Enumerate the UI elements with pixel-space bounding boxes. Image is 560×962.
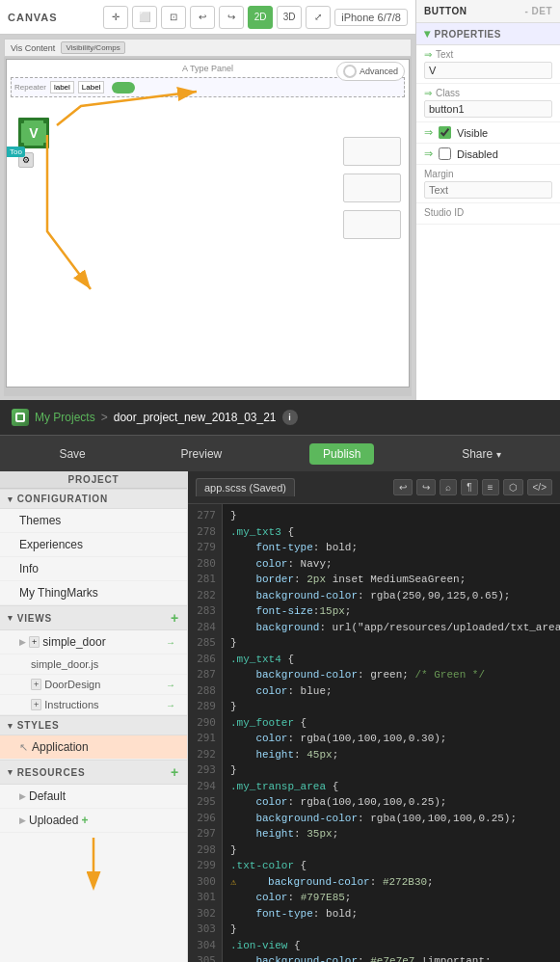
config-toggle[interactable]: ▾ [8, 494, 13, 504]
upload-add-icon[interactable]: + [81, 814, 88, 827]
line-num-304: 304 [194, 938, 216, 954]
properties-section-header: ▾ PROPERTIES [416, 23, 560, 45]
component-icon3: + [31, 699, 41, 710]
code-line-296: .my_footer { [230, 715, 552, 732]
button-label: BUTTON [424, 6, 467, 16]
canvas-label: CANVAS [8, 12, 58, 23]
sidebar-item-instructions[interactable]: + Instructions → [0, 695, 187, 715]
sidebar-item-experiences[interactable]: Experiences [0, 533, 187, 557]
indent-btn[interactable]: ≡ [482, 479, 499, 495]
code-line-285: background: url("app/resources/uploaded/… [230, 620, 552, 636]
breadcrumb-separator: > [101, 411, 108, 424]
disabled-checkbox[interactable] [439, 147, 451, 160]
file-tab[interactable]: app.scss (Saved) [196, 478, 295, 496]
line-num-300: 300 [194, 874, 216, 891]
line-num-301: 301 [194, 890, 216, 906]
project-logo [12, 409, 29, 426]
resources-add-btn[interactable]: + [171, 764, 179, 780]
selected-element-area: V ⚙ [18, 118, 49, 168]
line-num-281: 281 [194, 572, 216, 588]
info-icon[interactable]: i [282, 410, 298, 425]
mode-2d[interactable]: 2D [248, 6, 273, 29]
line-num-290: 290 [194, 715, 216, 732]
component-icon2: + [31, 679, 41, 690]
my-projects-link[interactable]: My Projects [35, 411, 95, 424]
det-label: - DET [524, 6, 552, 16]
vis-content-bar: Vis Content Visibility/Comps [4, 39, 412, 57]
sidebar-item-thingmarks[interactable]: My ThingMarks [0, 581, 187, 605]
sidebar-item-themes[interactable]: Themes [0, 509, 187, 533]
redo-btn[interactable]: ↪ [219, 6, 244, 29]
format-btn[interactable]: ¶ [461, 479, 477, 495]
styles-toggle[interactable]: ▾ [8, 721, 13, 731]
cursor-tool[interactable]: ✛ [103, 6, 128, 29]
sidebar-item-uploaded[interactable]: ▶ Uploaded + [0, 809, 187, 833]
right-panel-header: BUTTON - DET [416, 0, 560, 23]
code-line-289: .my_txt4 { [230, 652, 552, 668]
share-chevron: ▾ [496, 449, 501, 460]
toggle-on [112, 82, 135, 94]
code-line-311: } [230, 922, 552, 938]
line-num-296: 296 [194, 811, 216, 827]
sidebar-item-simple-door[interactable]: ▶ + simple_door → [0, 630, 187, 655]
advanced-btn[interactable]: Advanced [336, 62, 405, 81]
code-text[interactable]: }.my_txt3 { font-type: bold; color: Navy… [223, 504, 560, 962]
line-num-298: 298 [194, 842, 216, 859]
code-line-277: } [230, 508, 552, 524]
canvas-area: CANVAS ✛ ⬜ ⊡ ↩ ↪ 2D 3D ⤢ iPhone 6/7/8 Vi… [0, 0, 415, 400]
visible-label: Visible [457, 127, 488, 139]
selected-button[interactable]: V [18, 118, 49, 148]
share-button[interactable]: Share ▾ [454, 443, 508, 465]
resources-toggle[interactable]: ▾ [8, 767, 13, 777]
save-button[interactable]: Save [51, 443, 93, 465]
code-line-297: color: rgba(100,100,100,0.30); [230, 731, 552, 747]
sidebar-item-default[interactable]: ▶ Default [0, 785, 187, 809]
canvas-white-area: A Type Panel Repeater label Label V [6, 59, 410, 387]
text-input[interactable] [424, 62, 552, 79]
canvas-content: Vis Content Visibility/Comps A Type Pane… [0, 35, 415, 400]
visible-checkbox[interactable] [439, 126, 451, 139]
device-selector[interactable]: iPhone 6/7/8 [334, 9, 408, 26]
resize-tool[interactable]: ⤢ [306, 6, 331, 29]
preview-button[interactable]: Preview [173, 443, 230, 465]
sidebar-item-door-design[interactable]: + DoorDesign → [0, 675, 187, 695]
code-line-303: background-color: rgba(100,100,100,0.25)… [230, 811, 552, 827]
publish-button[interactable]: Publish [309, 443, 374, 465]
line-num-285: 285 [194, 635, 216, 652]
sidebar-item-application[interactable]: ↖ Application [0, 735, 187, 760]
sidebar: PROJECT ▾ CONFIGURATION Themes Experienc… [0, 471, 188, 962]
line-num-280: 280 [194, 556, 216, 573]
code-line-284: font-size:15px; [230, 603, 552, 620]
code-line-291: background-color: green; /* Green */ [230, 667, 552, 683]
expand-icon3: ▶ [19, 815, 26, 825]
crop-tool[interactable]: ⊡ [161, 6, 186, 29]
margin-input[interactable] [424, 181, 552, 199]
arrow-out-icon: → [166, 637, 175, 648]
margin-row: Margin [416, 165, 560, 203]
code-editor: app.scss (Saved) ↩ ↪ ⌕ ¶ ≡ ⬡ </> 2772782… [188, 471, 560, 962]
line-num-291: 291 [194, 731, 216, 747]
arrow-out-icon2: → [166, 680, 175, 690]
outdent-btn[interactable]: ⬡ [503, 479, 523, 495]
views-add-btn[interactable]: + [171, 610, 179, 626]
code-content[interactable]: 2772782792802812822832842852862872882892… [188, 504, 560, 962]
visibility-btn[interactable]: Visibility/Comps [61, 41, 124, 54]
code-line-313: .ion-view { [230, 938, 552, 954]
redo-editor-btn[interactable]: ↪ [416, 479, 436, 495]
line-num-299: 299 [194, 858, 216, 874]
sidebar-item-info[interactable]: Info [0, 557, 187, 581]
sidebar-item-simple-door-js[interactable]: simple_door.js [0, 655, 187, 675]
right-arrow-icon: ⇒ [424, 49, 432, 60]
line-num-287: 287 [194, 667, 216, 683]
frame-tool[interactable]: ⬜ [132, 6, 157, 29]
arrow-out-icon3: → [166, 700, 175, 710]
arrow-down-svg [65, 833, 122, 891]
undo-btn[interactable]: ↩ [190, 6, 215, 29]
mode-3d[interactable]: 3D [277, 6, 302, 29]
class-input[interactable] [424, 100, 552, 118]
line-num-294: 294 [194, 779, 216, 795]
undo-editor-btn[interactable]: ↩ [393, 479, 413, 495]
search-editor-btn[interactable]: ⌕ [440, 479, 457, 495]
code-view-btn[interactable]: </> [527, 479, 552, 495]
views-toggle[interactable]: ▾ [8, 613, 13, 623]
